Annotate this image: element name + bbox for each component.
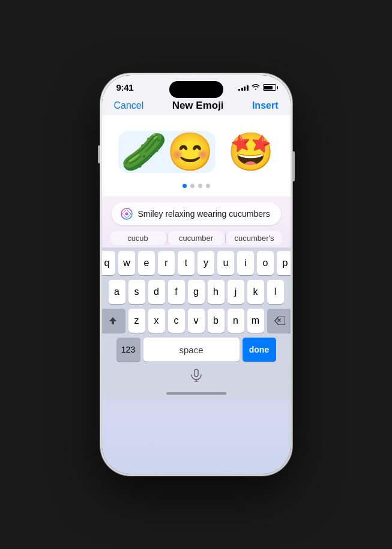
home-indicator [166, 392, 226, 395]
key-row-3: z x c v b n m [104, 309, 288, 333]
numbers-key[interactable]: 123 [116, 338, 140, 362]
page-dots [182, 184, 210, 188]
phone-inner: 9:41 [102, 75, 291, 474]
key-row-2: a s d f g h j k l [104, 280, 288, 304]
key-i[interactable]: i [237, 251, 254, 275]
gradient-area: Smiley relaxing wearing cucumbers cucub … [102, 196, 291, 474]
screen: 9:41 [102, 75, 291, 474]
key-m[interactable]: m [247, 309, 264, 333]
done-key[interactable]: done [243, 338, 276, 362]
svg-point-2 [125, 213, 128, 216]
autocomplete-item-2[interactable]: cucumber [169, 231, 224, 245]
insert-button[interactable]: Insert [252, 100, 279, 111]
dot-2 [190, 184, 194, 188]
key-z[interactable]: z [128, 309, 145, 333]
autocomplete-bar: cucub cucumber cucumber's [102, 229, 291, 247]
delete-key[interactable] [267, 309, 291, 333]
emoji-preview-area: 🥒😊 🤩 [102, 115, 291, 196]
dot-3 [198, 184, 202, 188]
battery-fill [264, 86, 273, 89]
key-c[interactable]: c [168, 309, 185, 333]
key-f[interactable]: f [168, 280, 185, 304]
dot-1 [182, 184, 187, 188]
key-row-1: q w e r t y u i o p [104, 251, 288, 275]
search-bar[interactable]: Smiley relaxing wearing cucumbers [112, 202, 281, 225]
key-y[interactable]: y [198, 251, 214, 275]
autocomplete-item-3[interactable]: cucumber's [227, 231, 282, 245]
emoji-secondary[interactable]: 🤩 [228, 133, 274, 171]
key-e[interactable]: e [138, 251, 155, 275]
key-t[interactable]: t [178, 251, 194, 275]
key-g[interactable]: g [188, 280, 205, 304]
delete-icon [274, 317, 285, 325]
autocomplete-sep-1 [167, 234, 167, 243]
key-n[interactable]: n [228, 309, 244, 333]
key-d[interactable]: d [148, 280, 165, 304]
key-a[interactable]: a [109, 280, 125, 304]
key-x[interactable]: x [148, 309, 165, 333]
dynamic-island [169, 81, 223, 98]
emoji-primary[interactable]: 🥒😊 [118, 131, 216, 173]
key-r[interactable]: r [158, 251, 175, 275]
mic-row [102, 368, 291, 387]
key-j[interactable]: j [228, 280, 244, 304]
dot-4 [206, 184, 210, 188]
keyboard: q w e r t y u i o p a s [102, 247, 291, 368]
nav-bar: Cancel New Emoji Insert [102, 95, 291, 115]
cancel-button[interactable]: Cancel [114, 100, 144, 111]
key-l[interactable]: l [267, 280, 284, 304]
bottom-row: 123 space done [104, 338, 288, 362]
status-time: 9:41 [116, 82, 134, 93]
autocomplete-item-1[interactable]: cucub [110, 231, 166, 245]
wifi-icon [252, 83, 260, 91]
key-h[interactable]: h [208, 280, 225, 304]
mic-icon[interactable] [190, 369, 202, 385]
shift-icon [108, 316, 118, 326]
key-w[interactable]: w [118, 251, 135, 275]
space-key[interactable]: space [143, 338, 240, 362]
shift-key[interactable] [102, 309, 125, 333]
key-p[interactable]: p [277, 251, 291, 275]
key-q[interactable]: q [102, 251, 116, 275]
status-icons [238, 83, 276, 91]
key-b[interactable]: b [208, 309, 225, 333]
search-input-text[interactable]: Smiley relaxing wearing cucumbers [138, 209, 273, 219]
home-indicator-bar [102, 387, 291, 399]
signal-icon [238, 85, 249, 91]
phone-frame: 9:41 [100, 73, 292, 476]
key-o[interactable]: o [257, 251, 274, 275]
search-bar-container: Smiley relaxing wearing cucumbers [102, 196, 291, 229]
battery-icon [263, 84, 276, 91]
emoji-row: 🥒😊 🤩 [118, 125, 274, 179]
key-v[interactable]: v [188, 309, 205, 333]
ai-icon [120, 207, 133, 220]
key-k[interactable]: k [247, 280, 264, 304]
autocomplete-sep-2 [225, 234, 226, 243]
nav-title: New Emoji [172, 100, 224, 112]
key-u[interactable]: u [217, 251, 234, 275]
svg-rect-3 [194, 369, 198, 377]
key-s[interactable]: s [128, 280, 145, 304]
